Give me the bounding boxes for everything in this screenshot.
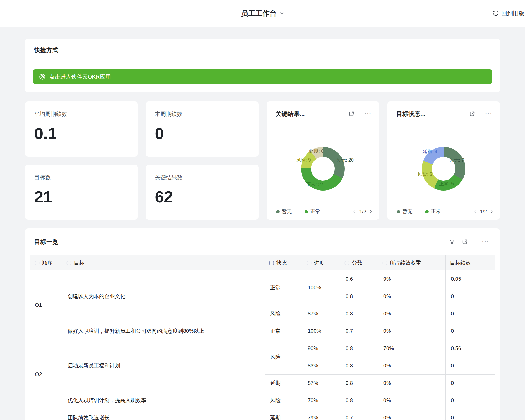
- slice-label-none: 暂无: 20: [336, 157, 354, 163]
- column-header-label: 分数: [352, 259, 362, 267]
- score-cell: 0.8: [346, 380, 353, 386]
- collapse-column-icon[interactable]: [66, 260, 71, 265]
- perf-cell: 0.56: [451, 345, 461, 351]
- status-cell: 延期: [270, 415, 281, 420]
- perf-cell: 0.05: [451, 276, 461, 282]
- collapse-column-icon[interactable]: [35, 260, 40, 265]
- score-cell: 0.8: [346, 293, 353, 299]
- status-cell: 正常: [270, 285, 281, 290]
- status-cell: 风险: [270, 397, 281, 403]
- collapse-column-icon[interactable]: [269, 260, 274, 265]
- legend-item[interactable]: 暂无: [276, 208, 292, 215]
- goals-overview-card: 目标一览 ⋯ 顺序: [25, 228, 500, 420]
- legend-item[interactable]: 风险: [454, 208, 454, 215]
- dashboard-grid: 平均周期绩效 0.1 目标数 21 本周期绩效 0 关键结果数 62 关键结果.…: [25, 101, 500, 220]
- slice-label-delayed: 延期: 6: [309, 148, 324, 154]
- table-row: 做好入职培训，提升新员工和公司双向的满意度到80%以上 正常 100% 0.7 …: [30, 322, 495, 340]
- legend-item[interactable]: 暂无: [397, 208, 413, 215]
- goal-cell: 优化入职培训计划，提高入职效率: [68, 397, 146, 403]
- legend-pager: 1/2: [473, 209, 493, 214]
- open-in-new-icon[interactable]: [349, 111, 354, 117]
- stat-value: 62: [155, 187, 249, 206]
- column-header-label: 状态: [276, 259, 287, 267]
- stat-label: 关键结果数: [155, 174, 249, 181]
- weight-cell: 70%: [383, 345, 394, 351]
- collapse-column-icon[interactable]: [344, 260, 349, 265]
- stat-card-avg-cycle-performance: 平均周期绩效 0.1: [25, 101, 138, 157]
- pager-next-icon[interactable]: [369, 210, 373, 213]
- table-row: 团队绩效飞速增长 延期 79% 0.7 0% 0: [30, 409, 495, 420]
- pager-next-icon[interactable]: [490, 210, 493, 213]
- score-cell: 0.8: [346, 311, 353, 316]
- score-cell: 0.7: [346, 328, 353, 334]
- table-row: O2 启动最新员工福利计划 风险 90% 0.8 70% 0.56: [30, 340, 495, 357]
- stat-label: 本周期绩效: [155, 110, 249, 118]
- weight-cell: 0%: [383, 311, 391, 316]
- progress-cell: 90%: [308, 345, 318, 351]
- divider: [359, 111, 359, 117]
- okr-app-button-label: 点击进入伙伴云OKR应用: [49, 73, 111, 80]
- restore-icon: [492, 10, 499, 17]
- table-row: O1 创建以人为本的企业文化 正常 100% 0.6 9% 0.05: [30, 270, 495, 288]
- pager-prev-icon[interactable]: [473, 210, 477, 213]
- column-header-label: 所占绩效权重: [390, 259, 421, 267]
- pager-label: 1/2: [480, 209, 487, 214]
- more-options-icon[interactable]: ⋯: [364, 111, 372, 116]
- pager-prev-icon[interactable]: [353, 210, 356, 213]
- slice-label-normal: 正常: 5: [439, 181, 454, 187]
- divider: [475, 239, 475, 245]
- legend-item[interactable]: 正常: [425, 208, 441, 215]
- stat-card-goal-count: 目标数 21: [25, 165, 138, 220]
- collapse-column-icon[interactable]: [307, 260, 312, 265]
- perf-cell: 0: [451, 397, 454, 403]
- open-in-new-icon[interactable]: [462, 239, 468, 245]
- stat-column-2: 本周期绩效 0 关键结果数 62: [146, 101, 258, 220]
- legend-dot: [425, 210, 429, 213]
- order-cell: O2: [35, 371, 42, 377]
- okr-app-button[interactable]: 点击进入伙伴云OKR应用: [33, 69, 492, 84]
- stat-card-key-result-count: 关键结果数 62: [146, 165, 258, 220]
- table-row: 优化入职培训计划，提高入职效率 风险 70% 0.8 0% 0: [30, 392, 495, 409]
- filter-icon[interactable]: [449, 239, 455, 245]
- stat-value: 21: [34, 187, 129, 206]
- chart-legend: 暂无 正常 风险: [276, 208, 333, 215]
- status-cell: 正常: [270, 328, 281, 334]
- weight-cell: 0%: [383, 397, 391, 403]
- legend-item[interactable]: 正常: [305, 208, 320, 215]
- shortcuts-title: 快捷方式: [25, 39, 500, 62]
- perf-cell: 0: [451, 328, 454, 334]
- weight-cell: 9%: [383, 276, 391, 282]
- legend-dot: [333, 210, 333, 213]
- perf-cell: 0: [451, 363, 454, 368]
- score-cell: 0.6: [346, 276, 353, 282]
- chart-body: 延期: 6 暂无: 20 风险: 9 正常: 27: [267, 147, 379, 191]
- goal-status-chart-card: 目标状态... ⋯ 延期: 4 暂无: 7 风险: 5 正常: 5: [387, 101, 500, 220]
- legend-item[interactable]: 风险: [333, 208, 333, 215]
- score-cell: 0.8: [346, 345, 353, 351]
- more-options-icon[interactable]: ⋯: [485, 111, 492, 116]
- stat-card-current-cycle-performance: 本周期绩效 0: [146, 101, 258, 157]
- legend-dot: [305, 210, 308, 213]
- back-to-old-version-button[interactable]: 回到旧版: [492, 9, 524, 17]
- workspace-switcher[interactable]: 员工工作台: [241, 9, 284, 18]
- stat-column-1: 平均周期绩效 0.1 目标数 21: [25, 101, 138, 220]
- slice-label-none: 暂无: 7: [449, 157, 464, 163]
- progress-cell: 79%: [308, 415, 318, 420]
- progress-cell: 83%: [308, 363, 318, 368]
- more-options-icon[interactable]: ⋯: [482, 239, 489, 244]
- collapse-column-icon[interactable]: [382, 260, 387, 265]
- perf-cell: 0: [451, 380, 454, 386]
- status-cell: 风险: [270, 311, 281, 316]
- slice-label-normal: 正常: 27: [306, 181, 323, 188]
- target-icon: [39, 73, 46, 80]
- open-in-new-icon[interactable]: [469, 111, 475, 117]
- score-cell: 0.8: [346, 363, 353, 368]
- goal-cell: 创建以人为本的企业文化: [68, 293, 125, 299]
- perf-cell: 0: [451, 311, 454, 316]
- chart-body: 延期: 4 暂无: 7 风险: 5 正常: 5: [387, 147, 500, 191]
- weight-cell: 0%: [383, 328, 391, 334]
- column-header-label: 进度: [314, 259, 325, 267]
- weight-cell: 0%: [383, 415, 391, 420]
- stat-label: 目标数: [34, 174, 129, 181]
- slice-label-risk: 风险: 9: [296, 157, 311, 163]
